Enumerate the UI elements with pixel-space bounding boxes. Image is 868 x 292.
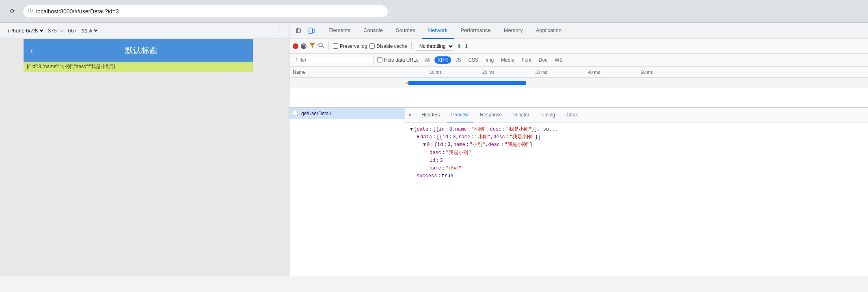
empty-row-1 [289,88,868,97]
requests-pane: getUserDetail [289,108,405,276]
waterfall-row[interactable] [289,78,868,88]
hide-data-urls-checkbox[interactable]: Hide data URLs [377,57,419,63]
detail-pane: × Headers Preview Response Initiator Tim… [405,108,868,276]
filter-input[interactable] [293,56,374,64]
tab-memory[interactable]: Memory [497,23,529,39]
network-toolbar: Preserve log Disable cache No throttling… [289,39,868,54]
toolbar-separator-2 [411,42,412,50]
more-icon[interactable]: ⋮ [277,28,283,34]
filter-tab-css[interactable]: CSS [465,56,482,64]
json-desc-line: desc : "我是小刚" [430,149,863,157]
root-arrow[interactable]: ▼ [410,126,413,133]
viewport-width: 375 [48,28,57,34]
tick-30ms: 30 ms [535,70,547,75]
tick-50ms: 50 ms [641,70,653,75]
data-arrow[interactable]: ▼ [417,133,419,141]
empty-row-2 [289,97,868,107]
tab-network[interactable]: Network [422,23,454,39]
tab-console[interactable]: Console [357,23,389,39]
json-preview: ▼ { data : [{ id : 3 , name : "小刚" , des [405,122,868,183]
waterfall-bar-blue [408,81,526,85]
mobile-title: 默认标题 [36,45,246,56]
import-button[interactable]: ⬆ [457,43,462,49]
address-bar[interactable]: ⓘ localhost:8000/#/userDetail?id=3 [23,5,388,18]
json-name-line: name : "小刚" [430,165,863,172]
filter-bar: Hide data URLs All XHR JS CSS Img Media … [289,54,868,67]
tick-20ms: 20 ms [482,70,494,75]
detail-tab-headers[interactable]: Headers [417,108,445,122]
filter-tab-ws[interactable]: WS [551,56,566,64]
stop-icon [302,45,305,48]
device-toolbar-icon[interactable] [306,25,317,36]
viewport-bar: iPhone 6/7/8 375 × 667 91% ⋮ [0,23,289,39]
row-waterfall [405,78,868,88]
detail-tab-preview[interactable]: Preview [447,108,474,122]
tick-40ms: 40 ms [588,70,600,75]
device-select[interactable]: iPhone 6/7/8 [6,27,45,34]
disable-cache-checkbox[interactable]: Disable cache [369,43,407,49]
mobile-back-button[interactable]: ‹ [30,46,33,55]
detail-tabs: × Headers Preview Response Initiator Tim… [405,108,868,122]
mobile-screen: ‹ 默认标题 [{"id":3,"name":"小刚","desc":"我是小刚… [24,39,253,72]
tab-elements[interactable]: Elements [322,23,357,39]
throttle-select[interactable]: No throttling [416,42,454,51]
request-item-getuserdetail[interactable]: getUserDetail [289,108,405,119]
split-panel: getUserDetail × Headers Preview Response… [289,107,868,276]
tab-performance[interactable]: Performance [454,23,497,39]
x-label: × [61,28,64,34]
timeline-waterfall: 10 ms 20 ms 30 ms 40 ms 50 ms [405,67,868,77]
search-icon-button[interactable] [318,42,324,50]
export-button[interactable]: ⬇ [464,43,469,49]
timeline-header: Name 10 ms 20 ms 30 ms 40 ms 50 ms [289,67,868,78]
address-text: localhost:8000/#/userDetail?id=3 [36,8,119,15]
filter-tab-media[interactable]: Media [498,56,518,64]
detail-tab-initiator[interactable]: Initiator [508,108,534,122]
detail-tab-cook[interactable]: Cook [561,108,583,122]
json-id-line: id : 3 [430,157,863,165]
filter-tabs: All XHR JS CSS Img Media Font Doc WS [422,56,566,64]
detail-tab-response[interactable]: Response [475,108,507,122]
detail-close-button[interactable]: × [408,112,412,118]
request-item-name: getUserDetail [301,111,331,116]
json-data-line[interactable]: ▼ data : [{ id : 3 , name : "小刚" , desc [417,133,863,141]
svg-rect-1 [309,28,312,34]
tab-application[interactable]: Application [529,23,568,39]
item0-arrow[interactable]: ▼ [423,141,426,149]
filter-tab-xhr[interactable]: XHR [434,56,451,64]
zoom-select[interactable]: 91% [80,27,99,34]
json-root-line[interactable]: ▼ { data : [{ id : 3 , name : "小刚" , des [410,126,863,133]
filter-tab-doc[interactable]: Doc [535,56,551,64]
filter-tab-font[interactable]: Font [518,56,535,64]
json-0-line[interactable]: ▼ 0 : { id : 3 , name : "小刚" , desc : [423,141,863,149]
toolbar-separator [328,42,329,50]
devtools-panel: Elements Console Sources Network Perform… [289,23,868,276]
request-item-checkbox[interactable] [293,111,298,116]
svg-line-5 [322,46,324,48]
main-layout: iPhone 6/7/8 375 × 667 91% ⋮ ‹ 默认标题 [{"i… [0,23,868,276]
json-success-line: success : true [417,172,863,180]
devtools-top-bar: Elements Console Sources Network Perform… [289,23,868,39]
svg-marker-3 [309,43,315,48]
mobile-header: ‹ 默认标题 [24,39,253,62]
browser-chrome: ⟳ ⓘ localhost:8000/#/userDetail?id=3 [0,0,868,23]
svg-rect-0 [296,29,300,33]
timeline-name-col: Name [289,67,405,77]
preserve-log-checkbox[interactable]: Preserve log [333,43,367,49]
inspect-icon[interactable] [293,25,304,36]
svg-rect-2 [313,29,314,33]
viewport-height: 667 [68,28,77,34]
waterfall-request-list [289,78,868,107]
mobile-pane: iPhone 6/7/8 375 × 667 91% ⋮ ‹ 默认标题 [{"i… [0,23,289,276]
secure-icon: ⓘ [28,8,33,15]
reload-button[interactable]: ⟳ [6,6,18,17]
filter-tab-all[interactable]: All [422,56,434,64]
stop-button[interactable] [301,43,307,49]
filter-tab-img[interactable]: Img [482,56,497,64]
record-button[interactable] [293,43,298,49]
filter-tab-js[interactable]: JS [452,56,464,64]
tab-sources[interactable]: Sources [389,23,422,39]
detail-tab-timing[interactable]: Timing [536,108,560,122]
tick-10ms: 10 ms [430,70,442,75]
filter-icon-button[interactable] [309,42,315,50]
mobile-content: [{"id":3,"name":"小刚","desc":"我是小刚"}] [24,62,253,72]
